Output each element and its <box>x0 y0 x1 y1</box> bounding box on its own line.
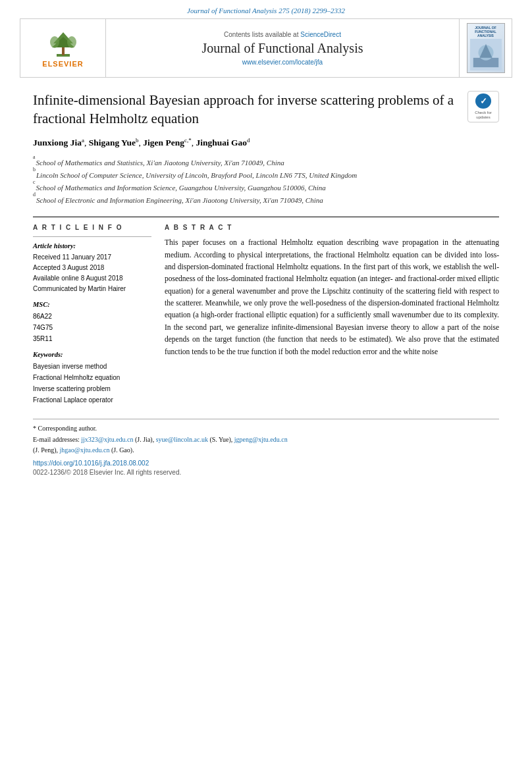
msc-code-3: 35R11 <box>33 333 151 344</box>
keywords-section: Keywords: Bayesian inverse method Fracti… <box>33 351 151 406</box>
article-title: Infinite-dimensional Bayesian approach f… <box>33 91 499 128</box>
msc-code-2: 74G75 <box>33 322 151 333</box>
email-jia-name: (J. Jia), <box>135 436 156 443</box>
author-4-name: Jinghuai Gao <box>196 138 247 147</box>
email-yue[interactable]: syue@lincoln.ac.uk <box>156 436 208 443</box>
abstract-text: This paper focuses on a fractional Helmh… <box>165 236 499 357</box>
check-updates-label: Check for updates <box>470 111 496 120</box>
footer-section: * Corresponding author. E-mail addresses… <box>33 419 499 476</box>
author-3-name: Jigen Peng <box>143 138 184 147</box>
author-2-name: Shigang Yue <box>89 138 136 147</box>
email-gao-name: (J. Gao). <box>111 446 134 454</box>
keyword-2: Fractional Helmholtz equation <box>33 372 151 383</box>
affil-b: b Lincoln School of Computer Science, Un… <box>33 170 499 181</box>
msc-codes: 86A22 74G75 35R11 <box>33 311 151 344</box>
email-addresses: E-mail addresses: jjx323@xjtu.edu.cn (J.… <box>33 435 499 456</box>
author-2-sup: b <box>136 136 139 143</box>
email-gao[interactable]: jhgao@xjtu.edu.cn <box>60 446 110 454</box>
cover-title: JOURNAL OF FUNCTIONAL ANALYSIS <box>475 26 496 38</box>
affil-c-text: School of Mathematics and Information Sc… <box>36 182 326 194</box>
author-1-sup: a <box>82 136 84 143</box>
journal-reference: Journal of Functional Analysis 275 (2018… <box>0 0 532 18</box>
science-direct-link[interactable]: ScienceDirect <box>300 31 341 38</box>
email-peng-name: (J. Peng), <box>33 446 60 454</box>
msc-label: MSC: <box>33 301 151 308</box>
main-content: Infinite-dimensional Bayesian approach f… <box>33 91 499 406</box>
affil-c: c School of Mathematics and Information … <box>33 182 499 194</box>
article-body-columns: A R T I C L E I N F O Article history: R… <box>33 217 499 406</box>
journal-cover-thumbnail-section: JOURNAL OF FUNCTIONAL ANALYSIS <box>459 19 512 77</box>
corresponding-author-note: * Corresponding author. <box>33 425 499 432</box>
journal-cover-thumb: JOURNAL OF FUNCTIONAL ANALYSIS <box>467 23 505 73</box>
copyright-notice: 0022-1236/© 2018 Elsevier Inc. All right… <box>33 469 499 476</box>
authors-line: Junxiong Jiaa, Shigang Yueb, Jigen Pengc… <box>33 136 499 149</box>
email-peng[interactable]: jgpeng@xjtu.edu.cn <box>234 436 288 443</box>
journal-url[interactable]: www.elsevier.com/locate/jfa <box>242 59 323 66</box>
journal-ref-text: Journal of Functional Analysis 275 (2018… <box>187 7 345 14</box>
elsevier-logo: ELSEVIER <box>40 29 86 68</box>
article-history-label: Article history: <box>33 242 151 250</box>
email-intro-text: E-mail addresses: <box>33 436 80 443</box>
affil-a-text: School of Mathematics and Statistics, Xi… <box>36 157 284 169</box>
journal-header-box: ELSEVIER Contents lists available at Sci… <box>20 18 512 78</box>
affiliations: a School of Mathematics and Statistics, … <box>33 157 499 206</box>
elsevier-tree-icon <box>40 29 86 59</box>
elsevier-label: ELSEVIER <box>42 60 83 68</box>
email-jia[interactable]: jjx323@xjtu.edu.cn <box>81 436 133 443</box>
communicated-by: Communicated by Martin Hairer <box>33 284 151 294</box>
keyword-1: Bayesian inverse method <box>33 361 151 372</box>
doi-link[interactable]: https://doi.org/10.1016/j.jfa.2018.08.00… <box>33 460 499 467</box>
article-info-label: A R T I C L E I N F O <box>33 224 151 231</box>
author-3-sup: c,* <box>184 136 192 143</box>
article-info-divider <box>33 236 151 237</box>
article-info-column: A R T I C L E I N F O Article history: R… <box>33 224 151 406</box>
svg-point-4 <box>50 36 59 48</box>
keyword-4: Fractional Laplace operator <box>33 394 151 406</box>
msc-section: MSC: 86A22 74G75 35R11 <box>33 301 151 344</box>
abstract-label: A B S T R A C T <box>165 224 499 231</box>
keywords-label: Keywords: <box>33 351 151 358</box>
affil-a: a School of Mathematics and Statistics, … <box>33 157 499 169</box>
abstract-column: A B S T R A C T This paper focuses on a … <box>165 224 499 406</box>
keyword-3: Inverse scattering problem <box>33 383 151 394</box>
affil-d: d School of Electronic and Information E… <box>33 195 499 206</box>
journal-title: Journal of Functional Analysis <box>202 41 363 56</box>
check-updates-badge: ✓ Check for updates <box>467 91 499 122</box>
received-date: Received 11 January 2017 <box>33 252 151 263</box>
msc-code-1: 86A22 <box>33 311 151 322</box>
elsevier-logo-section: ELSEVIER <box>20 19 106 77</box>
author-4-sup: d <box>247 136 250 143</box>
affil-b-text: Lincoln School of Computer Science, Univ… <box>36 170 357 181</box>
available-date: Available online 8 August 2018 <box>33 273 151 284</box>
contents-available-text: Contents lists available at ScienceDirec… <box>224 31 341 38</box>
cover-image-icon <box>469 39 502 70</box>
page: Journal of Functional Analysis 275 (2018… <box>0 0 532 765</box>
affil-d-text: School of Electronic and Information Eng… <box>36 195 323 206</box>
accepted-date: Accepted 3 August 2018 <box>33 263 151 273</box>
check-updates-icon: ✓ <box>475 93 491 109</box>
journal-header-center: Contents lists available at ScienceDirec… <box>106 19 459 77</box>
author-1-name: Junxiong Jia <box>33 138 82 147</box>
email-yue-name: (S. Yue), <box>209 436 234 443</box>
svg-point-5 <box>67 36 76 48</box>
svg-rect-1 <box>62 47 65 55</box>
